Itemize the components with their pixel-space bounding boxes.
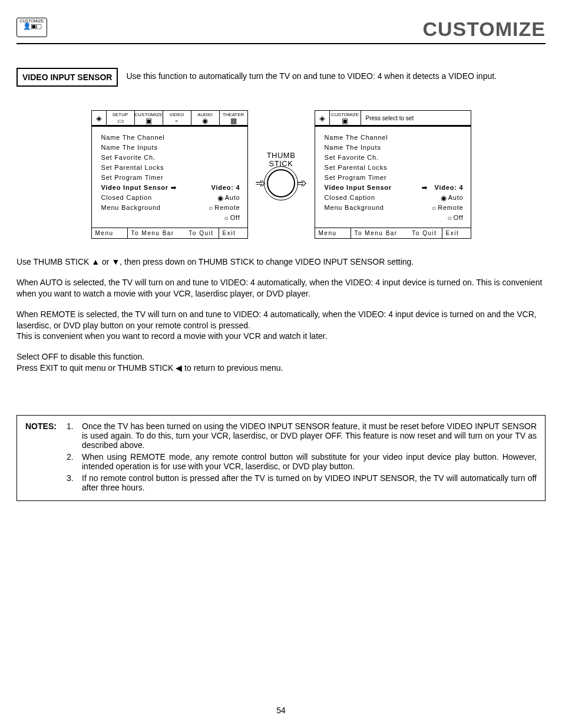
page-title: CUSTOMIZE [422,18,546,41]
menu-item: Set Parental Locks [101,163,164,173]
footer-toquit: To Quit [185,228,219,238]
note-text: Once the TV has been turned on using the… [82,421,537,450]
radio-label: Auto [225,194,240,201]
radio-label: Off [454,214,464,221]
note-text: When using REMOTE mode, any remote contr… [82,452,537,471]
osd-screen-left: ◈ SETUP▭ CUSTOMIZE▣ VIDEO▫ AUDIO◉ THEATE… [91,110,248,239]
arrow-right-icon: ➡ [419,184,430,191]
section-description: Use this function to automatically turn … [126,68,546,81]
icon-glyphs: 👤▣▢ [17,23,47,29]
page-number: 54 [0,706,562,715]
menu-item: Name The Inputs [101,143,158,153]
radio-empty-icon: ○ [224,214,229,222]
tab-customize: CUSTOMIZE▣ [135,111,163,125]
menu-item: Set Program Timer [101,173,164,183]
menu-item: Name The Inputs [325,143,381,153]
footer-tomenu: To Menu Bar [128,228,186,238]
tab-theater: THEATER▦ [220,111,247,125]
menu-item: Set Favorite Ch. [101,153,156,163]
radio-empty-icon: ○ [209,204,213,212]
notes-box: NOTES: 1.Once the TV has been turned on … [16,415,546,501]
footer-menu: Menu [92,228,128,238]
paragraph: When AUTO is selected, the TV will turn … [16,277,546,299]
menu-item: Menu Background [101,203,161,213]
note-text: If no remote control button is pressed a… [82,473,537,492]
press-select-hint: Press select to set [361,111,471,125]
menu-item: Name The Channel [325,133,388,143]
tab-audio: AUDIO◉ [191,111,220,125]
menu-item: Set Parental Locks [325,163,388,173]
body-text: Use THUMB STICK ▲ or ▼, then press down … [16,256,546,374]
menu-item-selected: Video Input Sensor [101,184,168,191]
footer-exit: Exit [442,228,471,238]
menu-body: Name The Channel Name The Inputs Set Fav… [315,127,471,228]
radio-empty-icon: ○ [448,214,452,222]
radio-filled-icon: ◉ [217,194,224,202]
radio-label: Off [230,214,240,221]
note-number: 3. [67,473,76,492]
menu-item: Set Program Timer [325,173,387,183]
paragraph: When REMOTE is selected, the TV will tur… [16,309,546,342]
paragraph: Select OFF to disable this function. Pre… [16,351,546,374]
notes-label: NOTES: [25,421,61,495]
menu-item-selected: Video Input Sensor [325,183,392,193]
thumb-stick-graphic: THUMBSTICK ➾ ➾ [255,151,308,197]
radio-label: Auto [448,194,464,201]
osd-footer: Menu To Menu Bar To Quit Exit [315,228,471,238]
menu-item: Name The Channel [101,133,165,143]
customize-tab-icon: CUSTOMIZE 👤▣▢ [16,18,47,37]
nav-left-icon: ◈ [315,111,330,125]
menu-body: Name The Channel Name The Inputs Set Fav… [92,127,247,228]
radio-label: Remote [214,204,240,211]
radio-filled-icon: ◉ [441,194,447,202]
note-number: 1. [67,421,76,450]
menu-item: Closed Caption [101,193,152,203]
arrow-right-icon: ➡ [168,184,179,191]
radio-label: Remote [438,204,463,211]
menu-item: Closed Caption [325,193,375,203]
footer-tomenu: To Menu Bar [351,228,409,238]
osd-screen-right: ◈ CUSTOMIZE▣ Press select to set Name Th… [315,110,471,239]
note-number: 2. [67,452,76,471]
tab-customize: CUSTOMIZE▣ [330,111,361,125]
tab-video: VIDEO▫ [163,111,191,125]
footer-toquit: To Quit [408,228,442,238]
tab-bar: ◈ SETUP▭ CUSTOMIZE▣ VIDEO▫ AUDIO◉ THEATE… [92,111,247,127]
section-label: VIDEO INPUT SENSOR [16,68,118,87]
thumb-stick-icon [267,169,295,197]
paragraph: Use THUMB STICK ▲ or ▼, then press down … [16,256,546,268]
title-rule [16,43,546,44]
selected-value: Video: 4 [211,183,240,193]
osd-footer: Menu To Menu Bar To Quit Exit [92,228,247,238]
menu-item: Set Favorite Ch. [325,153,379,163]
selected-value: Video: 4 [435,184,464,191]
footer-menu: Menu [315,228,351,238]
footer-exit: Exit [219,228,247,238]
radio-empty-icon: ○ [432,204,437,212]
tab-bar: ◈ CUSTOMIZE▣ Press select to set [315,111,471,127]
tab-setup: SETUP▭ [107,111,135,125]
menu-item: Menu Background [325,203,384,213]
nav-left-icon: ◈ [92,111,107,125]
